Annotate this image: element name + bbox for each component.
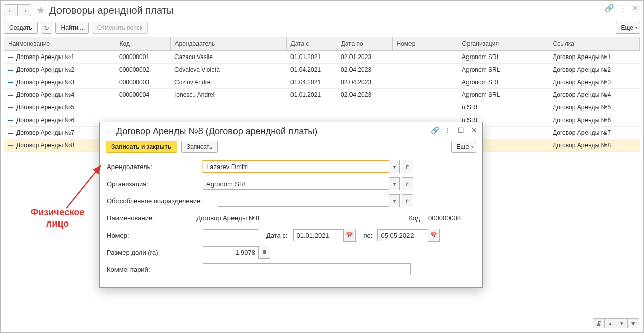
label-comment: Комментарий: [107,266,203,273]
cell-date_from [286,101,337,114]
cell-link: Договор Аренды №5 [549,101,640,114]
cell-number [392,51,458,64]
col-date-from[interactable]: Дата с [286,37,337,51]
cell-number [392,89,458,101]
label-date-to: по: [364,232,373,239]
table-row[interactable]: Договор Аренды №4000000004Ionescu Andrei… [4,89,640,101]
col-name[interactable]: Наименование↓ [4,37,115,51]
page-prev-button[interactable]: ▲ [604,318,616,328]
sort-asc-icon: ↓ [108,41,111,47]
kebab-icon[interactable]: ⋮ [619,4,627,13]
dialog-more-button[interactable]: Еще▾ [451,141,476,153]
col-code[interactable]: Код [115,37,170,51]
date-to-picker-button[interactable]: 📅 [428,229,440,242]
nav-forward-button[interactable]: → [17,4,31,16]
org-dropdown-button[interactable]: ▾ [389,177,400,190]
save-close-button[interactable]: Записать и закрыть [106,141,177,153]
dialog-close-icon[interactable]: ✕ [470,126,478,134]
table-row[interactable]: Договор Аренды №1000000001Cazacu Vasile0… [4,51,640,64]
cell-name: Договор Аренды №4 [16,91,74,98]
cell-link: Договор Аренды №6 [549,114,640,127]
cell-name: Договор Аренды №2 [16,66,74,73]
cell-name: Договор Аренды №1 [16,53,74,61]
cell-date_to [337,101,392,114]
dialog-link-icon[interactable]: 🔗 [431,126,439,134]
lessor-input[interactable] [203,160,389,173]
cell-link: Договор Аренды №3 [549,76,640,89]
date-to-input[interactable] [377,229,428,241]
org-input[interactable] [203,178,389,190]
page-next-button[interactable]: ▼ [616,318,628,328]
comment-input[interactable] [203,263,411,275]
star-icon[interactable]: ★ [36,4,45,16]
cell-org: Agronom SRL [458,89,549,101]
cell-lessor: Ionescu Andrei [170,89,286,101]
refresh-icon: ↻ [44,24,49,32]
label-code: Код: [408,214,422,222]
more-button[interactable]: Еще▾ [616,22,640,34]
code-input[interactable] [425,212,475,224]
dialog-kebab-icon[interactable]: ⋮ [444,126,452,134]
row-icon [8,57,13,58]
row-icon [8,70,13,71]
org-open-button[interactable]: ↱ [402,177,413,190]
link-icon[interactable]: 🔗 [605,4,614,13]
cell-code: 000000001 [115,51,170,64]
save-button[interactable]: Записать [181,141,218,153]
lessor-dropdown-button[interactable]: ▾ [389,160,400,173]
cell-date_from: 01.01.2021 [286,89,337,101]
col-date-to[interactable]: Дата по [337,37,392,51]
cell-link: Договор Аренды №2 [549,64,640,76]
label-lessor: Арендодатель: [107,163,203,171]
page-title: Договоры арендной платы [49,5,174,16]
cell-name: Договор Аренды №8 [16,142,74,149]
share-input[interactable] [203,246,258,258]
col-org[interactable]: Организация [458,37,549,51]
cell-date_from: 01.04.2021 [286,64,337,76]
date-from-input[interactable] [293,229,343,241]
nav-back-button[interactable]: ← [4,4,18,16]
cell-number [392,76,458,89]
col-lessor[interactable]: Арендодатель [170,37,286,51]
refresh-button[interactable]: ↻ [41,22,52,34]
share-calc-button[interactable]: 🖩 [258,246,270,259]
dialog-maximize-icon[interactable]: ☐ [457,126,465,134]
cell-date_to: 02.04.2023 [337,89,392,101]
cell-date_to: 02.04.2023 [337,76,392,89]
cell-org: Agronom SRL [458,76,549,89]
number-input[interactable] [203,229,258,241]
cell-lessor [170,101,286,114]
cell-lessor: Cazacu Vasile [170,51,286,64]
cell-code: 000000004 [115,89,170,101]
cell-name: Договор Аренды №6 [16,117,74,124]
find-button[interactable]: Найти... [55,22,89,34]
unit-dropdown-button[interactable]: ▾ [389,194,400,207]
cell-link: Договор Аренды №7 [549,127,640,139]
row-icon [8,107,13,108]
row-icon [8,95,13,96]
col-number[interactable]: Номер [392,37,458,51]
label-share: Размер доли (га): [107,249,203,256]
contract-dialog: ☆ Договор Аренды №8 (Договор арендной пл… [99,122,483,288]
cell-date_to: 02.04.2023 [337,64,392,76]
table-row[interactable]: Договор Аренды №2000000002Covaleva Viole… [4,64,640,76]
cell-code: 000000002 [115,64,170,76]
cell-date_to: 02.01.2023 [337,51,392,64]
lessor-open-button[interactable]: ↱ [402,160,413,173]
table-row[interactable]: Договор Аренды №5n SRLДоговор Аренды №5 [4,101,640,114]
row-icon [8,120,13,121]
dialog-star-icon[interactable]: ☆ [105,127,112,136]
page-first-button[interactable]: ▲̅ [593,318,605,328]
col-link[interactable]: Ссылка [549,37,640,51]
name-input[interactable] [193,212,400,224]
close-icon[interactable]: ✕ [632,4,638,13]
unit-open-button[interactable]: ↱ [402,194,413,207]
chevron-down-icon: ▾ [635,25,638,30]
cell-link: Договор Аренды №8 [549,139,640,152]
table-row[interactable]: Договор Аренды №3000000003Cozlov Andrei0… [4,76,640,89]
create-button[interactable]: Создать [4,22,38,34]
unit-input[interactable] [218,195,389,207]
cell-name: Договор Аренды №5 [16,104,74,111]
date-from-picker-button[interactable]: 📅 [343,229,356,242]
page-last-button[interactable]: ▼̲ [627,318,639,328]
